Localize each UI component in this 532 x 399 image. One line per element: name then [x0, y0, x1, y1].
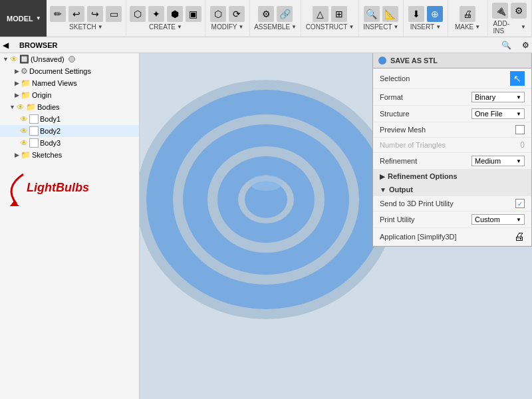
body-icon: [29, 114, 39, 124]
modify-icon2[interactable]: ⟳: [229, 6, 245, 22]
print-utility-chevron-icon: ▼: [516, 217, 521, 223]
stl-format-select[interactable]: Binary ▼: [471, 92, 525, 102]
browser-item-docsettings[interactable]: ▶ ⚙ Document Settings: [0, 65, 139, 77]
stl-preview-mesh-label: Preview Mesh: [380, 126, 511, 134]
body-icon: [29, 138, 39, 148]
modify-icon1[interactable]: ⬡: [210, 6, 226, 22]
stl-send-3dprint-checkbox[interactable]: [515, 199, 525, 208]
addins-icon2[interactable]: ⚙: [511, 3, 527, 19]
lightbulbs-label: LightBulbs: [27, 181, 139, 195]
sketch-label: SKETCH: [69, 23, 96, 31]
make-section: 🖨 MAKE▼: [448, 0, 488, 37]
stl-send-3dprint-row: Send to 3D Print Utility: [373, 196, 531, 211]
browser-item-body3[interactable]: 👁 Body3: [0, 137, 139, 149]
selection-cursor-icon[interactable]: ↖: [510, 71, 525, 86]
browser-item-bodies[interactable]: ▼ 👁 📁 Bodies: [0, 101, 139, 113]
assemble-icon1[interactable]: ⚙: [258, 6, 274, 22]
assemble-icon2[interactable]: 🔗: [277, 6, 293, 22]
create-icon4[interactable]: ▣: [186, 6, 201, 22]
construct-icon2[interactable]: ⊞: [331, 6, 347, 22]
create-label: CREATE: [149, 23, 176, 31]
sketch-icon3[interactable]: ↪: [87, 6, 103, 22]
eye-icon[interactable]: 👁: [10, 55, 18, 64]
red-arrow-icon: [0, 168, 37, 207]
stl-refinement-select[interactable]: Medium ▼: [471, 156, 525, 166]
construct-icon1[interactable]: △: [313, 6, 329, 22]
model-label: MODEL: [7, 15, 33, 23]
stl-structure-label: Structure: [380, 110, 467, 118]
eye-icon[interactable]: 👁: [20, 138, 28, 148]
addins-icon1[interactable]: 🔌: [492, 3, 508, 19]
stl-format-row: Format Binary ▼: [373, 89, 531, 106]
main-toolbar: MODEL ▼ ✏ ↩ ↪ ▭ SKETCH▼ ⬡ ✦ ⬢ ▣ CREATE▼ …: [0, 0, 532, 37]
eye-icon[interactable]: 👁: [20, 114, 28, 124]
browser-item-body2[interactable]: 👁 Body2: [0, 125, 139, 137]
folder-icon: 🔲: [19, 55, 29, 64]
insert-icon2[interactable]: ⊕: [427, 6, 443, 22]
browser-item-body1[interactable]: 👁 Body1: [0, 113, 139, 125]
chevron-right-icon: ▶: [15, 68, 19, 74]
svg-point-9: [249, 175, 283, 191]
toolbar2-settings-icon[interactable]: ⚙: [522, 41, 529, 50]
browser-item-label: Body2: [40, 127, 61, 135]
chevron-right-icon: ▶: [15, 80, 19, 86]
browser-item-label: Sketches: [32, 151, 62, 159]
make-icon1[interactable]: 🖨: [460, 6, 475, 22]
stl-output-header[interactable]: ▼ Output: [373, 183, 531, 196]
modify-label: MODIFY: [211, 23, 237, 31]
stl-print-utility-value: Custom: [475, 215, 500, 223]
stl-triangles-label: Number of Triangles: [380, 141, 516, 149]
stl-output-label: Output: [389, 186, 413, 194]
browser-label: BROWSER: [19, 41, 57, 49]
folder-icon: 📁: [21, 150, 31, 160]
browser-item-unsaved[interactable]: ▼ 👁 🔲 (Unsaved): [0, 53, 139, 65]
folder-icon: 📁: [21, 90, 31, 100]
chevron-right-icon: ▶: [15, 92, 19, 98]
toolbar2-search-icon[interactable]: 🔍: [501, 41, 511, 50]
stl-refinement-value: Medium: [475, 157, 501, 165]
stl-structure-value: One File: [475, 110, 503, 118]
stl-refinement-options-header[interactable]: ▶ Refinement Options: [373, 170, 531, 183]
assemble-section: ⚙ 🔗 ASSEMBLE▼: [250, 0, 302, 37]
inspect-icon1[interactable]: 🔍: [364, 6, 380, 22]
stl-dot-icon: [378, 57, 386, 65]
insert-icon1[interactable]: ⬇: [408, 6, 424, 22]
sketch-icon2[interactable]: ↩: [68, 6, 84, 22]
stl-print-utility-label: Print Utility: [380, 215, 467, 223]
create-icon2[interactable]: ✦: [148, 6, 164, 22]
browser-item-label: Bodies: [37, 103, 60, 111]
stl-panel-header: SAVE AS STL: [373, 53, 531, 68]
eye-icon[interactable]: 👁: [17, 102, 25, 112]
sketch-icon4[interactable]: ▭: [106, 6, 122, 22]
sketch-section: ✏ ↩ ↪ ▭ SKETCH▼: [47, 0, 126, 37]
model-menu[interactable]: MODEL ▼: [0, 0, 47, 37]
browser-item-namedviews[interactable]: ▶ 📁 Named Views: [0, 77, 139, 89]
addins-label: ADD-INS: [493, 20, 520, 35]
inspect-section: 🔍 📐 INSPECT▼: [359, 0, 404, 37]
stl-application-row: Application [Simplify3D] 🖨: [373, 228, 531, 246]
create-icon1[interactable]: ⬡: [130, 6, 146, 22]
create-icon3[interactable]: ⬢: [167, 6, 183, 22]
stl-application-icon[interactable]: 🖨: [514, 231, 525, 243]
eye-icon[interactable]: 👁: [20, 126, 28, 136]
toolbar2-arrow-left[interactable]: ◀: [3, 41, 9, 50]
stl-print-utility-row: Print Utility Custom ▼: [373, 211, 531, 228]
insert-section: ⬇ ⊕ INSERT▼: [404, 0, 448, 37]
browser-item-label: Body1: [40, 115, 61, 123]
stl-print-utility-select[interactable]: Custom ▼: [471, 214, 525, 225]
stl-preview-mesh-checkbox[interactable]: [515, 125, 525, 134]
browser-item-label: Body3: [40, 139, 61, 147]
browser-item-origin[interactable]: ▶ 📁 Origin: [0, 89, 139, 101]
folder-icon: 📁: [21, 78, 31, 88]
stl-refinement-label: Refinement: [380, 157, 467, 165]
folder-icon: 📁: [26, 102, 36, 112]
sketch-icon1[interactable]: ✏: [50, 6, 66, 22]
stl-send-3dprint-label: Send to 3D Print Utility: [380, 200, 511, 207]
browser-item-sketches[interactable]: ▶ 📁 Sketches: [0, 149, 139, 161]
inspect-icon2[interactable]: 📐: [382, 6, 398, 22]
secondary-toolbar: ◀ BROWSER 🔍 ⚙: [0, 37, 532, 53]
stl-refinement-row: Refinement Medium ▼: [373, 153, 531, 170]
refinement-chevron-icon: ▼: [516, 158, 521, 164]
inspect-label: INSPECT: [363, 23, 392, 31]
stl-structure-select[interactable]: One File ▼: [471, 108, 525, 119]
